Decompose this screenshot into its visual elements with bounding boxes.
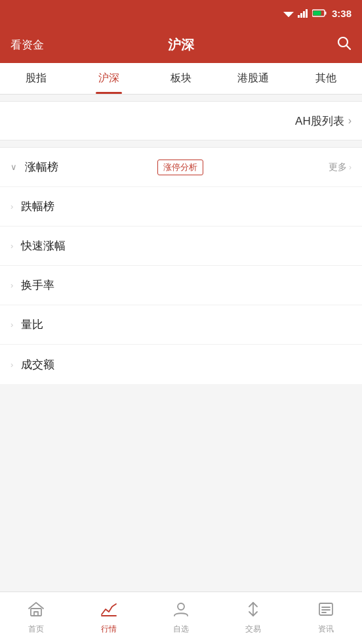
wifi-icon	[283, 9, 294, 17]
nav-item-trade[interactable]: 交易	[217, 592, 289, 644]
app-header: 看资金 沪深	[0, 26, 362, 63]
chevron-right-icon-huanshoulv: ›	[10, 280, 13, 290]
svg-rect-6	[306, 9, 308, 18]
svg-rect-8	[325, 12, 326, 15]
item-label-chengjiaoe: 成交额	[21, 357, 352, 372]
status-bar: 3:38	[0, 0, 362, 26]
list-item-liangbi[interactable]: › 量比	[0, 305, 362, 345]
battery-icon	[312, 9, 327, 17]
news-icon	[317, 601, 334, 621]
status-time: 3:38	[332, 8, 352, 19]
tab-hushen[interactable]: 沪深	[72, 63, 144, 94]
chart-icon	[100, 601, 117, 621]
ah-label: AH股列表	[295, 114, 344, 129]
svg-line-11	[347, 46, 351, 50]
list-item-kuaisuzhanfu[interactable]: › 快速涨幅	[0, 226, 362, 266]
svg-marker-2	[287, 16, 290, 18]
svg-rect-3	[298, 15, 300, 18]
tab-qita[interactable]: 其他	[290, 63, 362, 94]
nav-label-trade: 交易	[245, 624, 261, 635]
tab-ganggu[interactable]: 港股通	[217, 63, 289, 94]
badge-zangtingfenxi[interactable]: 涨停分析	[157, 160, 203, 175]
more-link-zhanfubang[interactable]: 更多 ›	[329, 161, 352, 173]
chevron-right-icon-diefubang: ›	[10, 202, 13, 211]
status-icons	[283, 9, 327, 18]
signal-icon	[298, 9, 308, 18]
chevron-right-icon-chengjiaoe: ›	[10, 360, 13, 370]
ah-chevron-icon: ›	[348, 115, 352, 127]
chevron-down-icon: ∨	[10, 162, 17, 172]
header-left-label[interactable]: 看资金	[10, 37, 44, 53]
svg-rect-4	[300, 13, 302, 18]
nav-label-watchlist: 自选	[173, 624, 189, 635]
ah-link[interactable]: AH股列表 ›	[295, 114, 352, 129]
trade-icon	[245, 601, 262, 621]
nav-label-news: 资讯	[318, 624, 334, 635]
more-chevron-icon: ›	[349, 163, 352, 172]
svg-point-15	[178, 603, 184, 610]
nav-item-market[interactable]: 行情	[72, 592, 144, 644]
person-icon	[172, 601, 190, 621]
search-button[interactable]	[336, 35, 352, 54]
ah-banner[interactable]: AH股列表 ›	[0, 101, 362, 140]
svg-rect-9	[313, 11, 321, 16]
list-item-huanshoulv[interactable]: › 换手率	[0, 266, 362, 305]
nav-item-news[interactable]: 资讯	[290, 592, 362, 644]
nav-item-watchlist[interactable]: 自选	[145, 592, 217, 644]
list-item-chengjiaoe[interactable]: › 成交额	[0, 345, 362, 384]
item-label-liangbi: 量比	[21, 317, 352, 332]
svg-rect-13	[34, 612, 38, 616]
item-label-huanshoulv: 换手率	[21, 278, 352, 293]
list-item-zhanfubang[interactable]: ∨ 涨幅榜 涨停分析 更多 ›	[0, 148, 362, 187]
nav-item-home[interactable]: 首页	[0, 592, 72, 644]
header-title: 沪深	[168, 36, 194, 54]
item-label-kuaisuzhanfu: 快速涨幅	[21, 238, 352, 253]
nav-label-market: 行情	[101, 624, 117, 635]
list-item-diefubang[interactable]: › 跌幅榜	[0, 187, 362, 226]
home-icon	[28, 601, 45, 621]
item-label-zhanfubang: 涨幅榜	[25, 160, 151, 175]
svg-rect-17	[319, 603, 332, 615]
nav-label-home: 首页	[28, 624, 44, 635]
content-area	[0, 384, 362, 515]
svg-rect-5	[303, 11, 305, 18]
ranking-list: ∨ 涨幅榜 涨停分析 更多 › › 跌幅榜 › 快速涨幅 › 换手率 › 量比 …	[0, 147, 362, 384]
tab-guzhi[interactable]: 股指	[0, 63, 72, 94]
tab-bar: 股指 沪深 板块 港股通 其他	[0, 63, 362, 95]
item-label-diefubang: 跌幅榜	[21, 199, 352, 214]
bottom-nav: 首页 行情 自选 交易	[0, 591, 362, 644]
chevron-right-icon-liangbi: ›	[10, 320, 13, 330]
chevron-right-icon-kuaisuzhanfu: ›	[10, 241, 13, 251]
tab-bankuai[interactable]: 板块	[145, 63, 217, 94]
